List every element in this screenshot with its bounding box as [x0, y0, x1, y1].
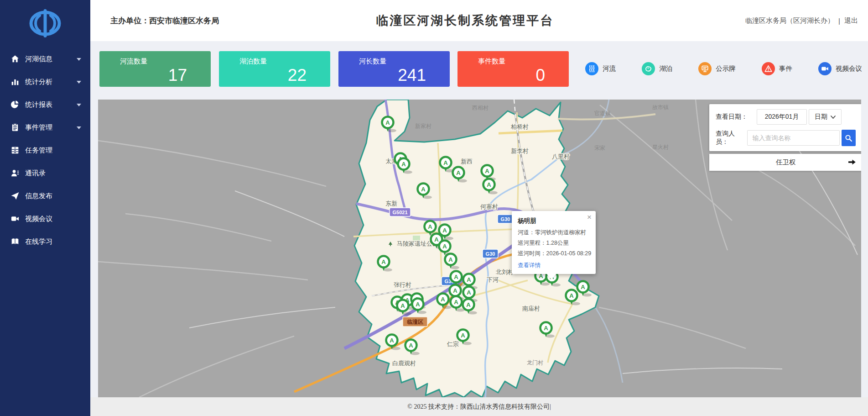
- map-label: 故市镇: [652, 104, 669, 111]
- svg-text:A: A: [461, 332, 465, 339]
- sponsor-text: 主办单位：西安市临潼区水务局: [110, 0, 219, 41]
- alert-icon: [762, 62, 775, 75]
- map-label: 仁宗: [447, 341, 459, 348]
- sidebar-item-label: 通讯录: [25, 169, 46, 178]
- stat-value: 241: [398, 66, 426, 85]
- map-label: 白鹿观村: [392, 360, 416, 367]
- sidebar-item[interactable]: 任务管理: [0, 139, 90, 162]
- svg-text:A: A: [485, 168, 489, 174]
- svg-text:A: A: [569, 292, 574, 299]
- bar-chart-icon: [11, 78, 19, 86]
- quick-actions: 河流湖泊公示牌事件视频会议: [585, 59, 862, 78]
- svg-text:A: A: [434, 236, 439, 243]
- logout-link[interactable]: 退出: [844, 16, 858, 25]
- clipboard-icon: [11, 123, 19, 132]
- sidebar: 河湖信息统计分析统计报表事件管理任务管理通讯录信息发布视频会议在线学习: [0, 0, 90, 416]
- quick-action[interactable]: 视频会议: [818, 62, 862, 75]
- stat-card: 河流数量17: [99, 51, 211, 87]
- svg-text:A: A: [467, 276, 471, 283]
- map-label: 张行村: [394, 281, 411, 288]
- svg-text:A: A: [581, 284, 585, 290]
- map-label: 官道镇: [594, 110, 611, 116]
- account-area: 临潼区水务局（区河湖长办） | 退出: [745, 0, 858, 41]
- map-label: 宋家: [594, 145, 605, 151]
- sidebar-item-label: 在线学习: [25, 237, 52, 246]
- chevron-down-icon: [77, 58, 81, 61]
- popup-pointer: [546, 274, 556, 279]
- quick-action[interactable]: 事件: [762, 62, 792, 75]
- date-value[interactable]: 2026年01月: [757, 109, 807, 125]
- map-label: 新李村: [511, 147, 529, 154]
- map-label: 何寨村: [480, 203, 498, 210]
- stat-label: 湖泊数量: [239, 57, 330, 66]
- chevron-down-icon: [77, 81, 81, 84]
- quick-action[interactable]: 湖泊: [642, 62, 672, 75]
- search-button[interactable]: [842, 130, 856, 146]
- map-label: 西相村: [472, 105, 489, 111]
- learning-icon: [11, 237, 19, 246]
- pie-chart-icon: [11, 100, 19, 109]
- map-label: 新家村: [415, 123, 431, 129]
- app: 河湖信息统计分析统计报表事件管理任务管理通讯录信息发布视频会议在线学习 主办单位…: [0, 0, 868, 416]
- sidebar-item-label: 河湖信息: [25, 55, 52, 63]
- chevron-down-icon: [77, 104, 81, 106]
- svg-text:A: A: [454, 274, 458, 280]
- svg-text:G30: G30: [486, 251, 495, 257]
- sidebar-item[interactable]: 视频会议: [0, 207, 90, 230]
- popup-time: 巡河时间：2026-01-05 08:29: [518, 250, 590, 258]
- svg-text:临潼区: 临潼区: [407, 319, 423, 325]
- svg-text:A: A: [443, 159, 448, 166]
- quick-action-label: 河流: [603, 64, 616, 73]
- map-label: 柏桥村: [510, 123, 529, 130]
- sidebar-item[interactable]: 在线学习: [0, 230, 90, 253]
- map-label: 新西: [461, 158, 473, 165]
- svg-text:A: A: [487, 181, 491, 188]
- sidebar-item[interactable]: 河湖信息: [0, 47, 90, 70]
- popup-person-name: 杨明朋: [518, 217, 590, 225]
- svg-text:G30: G30: [501, 216, 510, 222]
- svg-text:A: A: [544, 325, 548, 332]
- sidebar-item[interactable]: 统计报表: [0, 93, 90, 116]
- quick-action[interactable]: 河流: [585, 62, 616, 75]
- board-icon: [698, 62, 712, 75]
- date-mode-select[interactable]: 日期: [809, 109, 842, 125]
- district-badge: 临潼区: [403, 317, 427, 326]
- sidebar-item-label: 任务管理: [25, 146, 52, 155]
- stat-label: 河流数量: [120, 57, 211, 66]
- quick-action-label: 公示牌: [716, 64, 736, 73]
- home-icon: [11, 55, 19, 63]
- close-icon[interactable]: ×: [587, 213, 592, 222]
- popup-mileage: 巡河里程：1.28公里: [518, 239, 590, 247]
- sidebar-item[interactable]: 统计分析: [0, 70, 90, 93]
- svg-text:A: A: [409, 342, 413, 349]
- stat-label: 事件数量: [478, 57, 569, 66]
- svg-text:A: A: [467, 289, 471, 296]
- map-label: 北刘村: [496, 269, 514, 275]
- person-search-input[interactable]: [747, 130, 840, 146]
- svg-text:A: A: [385, 119, 390, 126]
- map-label: 下河: [487, 276, 499, 283]
- stat-value: 0: [535, 66, 545, 85]
- date-mode-value: 日期: [815, 113, 827, 121]
- sidebar-item[interactable]: 信息发布: [0, 184, 90, 207]
- quick-action-label: 视频会议: [836, 64, 862, 73]
- quick-action[interactable]: 公示牌: [698, 62, 736, 75]
- chevron-down-icon: [831, 116, 836, 119]
- svg-text:A: A: [442, 243, 447, 250]
- videocam-icon: [818, 62, 832, 75]
- sidebar-item[interactable]: 通讯录: [0, 162, 90, 184]
- stat-card: 事件数量0: [457, 51, 569, 87]
- app-logo: [28, 9, 62, 39]
- svg-text:A: A: [381, 258, 386, 265]
- person-label: 查询人员：: [716, 130, 747, 146]
- map-area[interactable]: G5021G30G30G30临潼区 西相村新家村官道镇宋家故市镇星火村龙门村太来…: [98, 100, 861, 397]
- person-result-item[interactable]: 任卫权: [709, 154, 861, 171]
- svg-text:G5021: G5021: [392, 210, 407, 215]
- chevron-down-icon: [77, 126, 81, 129]
- river-icon: [585, 62, 598, 75]
- detail-link[interactable]: 查看详情: [518, 262, 541, 269]
- sidebar-item-label: 事件管理: [25, 123, 52, 132]
- footer-text: © 2025 技术支持：陕西山清水秀信息科技有限公司|: [407, 403, 551, 411]
- sidebar-item[interactable]: 事件管理: [0, 116, 90, 139]
- svg-text:A: A: [390, 337, 394, 344]
